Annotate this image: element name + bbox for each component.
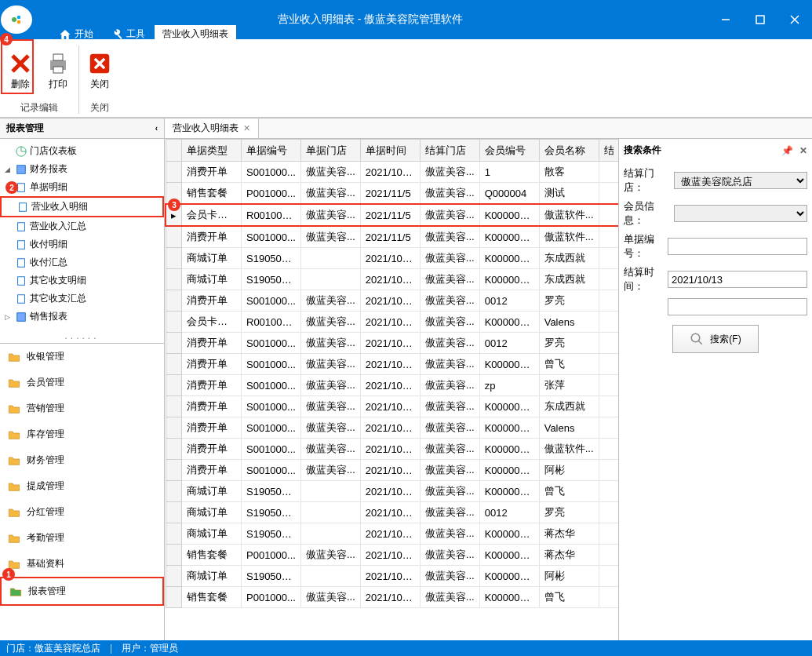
nav-folder[interactable]: 财务管理 — [0, 447, 164, 473]
nav-folder[interactable]: 会员管理 — [0, 370, 164, 395]
tree-sales-report[interactable]: ▷销售报表 — [0, 308, 164, 326]
table-row[interactable]: 消费开单S001000...傲蓝美容...2021/10/20傲蓝美容...00… — [166, 333, 619, 354]
folder-icon — [8, 481, 20, 492]
column-header[interactable]: 结算门店 — [420, 140, 479, 162]
column-header[interactable]: 单据时间 — [360, 140, 420, 162]
nav-folder[interactable]: 收银管理 — [0, 344, 164, 370]
page-icon — [16, 257, 27, 268]
bill-input[interactable] — [668, 238, 807, 255]
sidebar: 报表管理 ‹ 门店仪表板 ◢财务报表 单据明细 营业收入明细 营业收入汇总 收付… — [0, 118, 165, 640]
close-panel-icon[interactable]: ✕ — [799, 145, 807, 156]
close-icon — [89, 53, 111, 75]
table-row[interactable]: 消费开单S001000...傲蓝美容...2021/10/24傲蓝美容...00… — [166, 290, 619, 312]
svg-rect-4 — [756, 16, 764, 24]
document-tab[interactable]: 营业收入明细表 ✕ — [165, 118, 259, 138]
table-row[interactable]: 消费开单S001000...傲蓝美容...2021/10/16傲蓝美容...K0… — [166, 417, 619, 439]
table-row[interactable]: 销售套餐P001000...傲蓝美容...2021/10/24傲蓝美容...K0… — [166, 545, 619, 566]
table-row[interactable]: 消费开单S001000...傲蓝美容...2021/10/17傲蓝美容...K0… — [166, 396, 619, 417]
nav-folder[interactable]: 报表管理 — [0, 577, 164, 606]
pin-icon[interactable]: 📌 — [781, 145, 793, 156]
column-header[interactable]: 单据门店 — [301, 140, 361, 162]
table-row[interactable]: 商城订单S190500202021/10/17傲蓝美容...0012罗亮 — [166, 502, 619, 523]
document-tab-bar: 营业收入明细表 ✕ — [165, 118, 812, 139]
column-header[interactable]: 单据类型 — [182, 140, 242, 162]
column-header[interactable]: 会员编号 — [479, 140, 539, 162]
nav-folder[interactable]: 基础资料 — [0, 551, 164, 577]
book-icon — [16, 164, 27, 175]
menu-active-tab[interactable]: 营业收入明细表 — [155, 25, 236, 43]
table-row[interactable]: 消费开单S001000...傲蓝美容...2021/10/19傲蓝美容...K0… — [166, 354, 619, 375]
nav-folder[interactable]: 营销管理 — [0, 395, 164, 421]
svg-rect-16 — [17, 165, 26, 173]
table-row[interactable]: ▸会员卡充值R001000...傲蓝美容...2021/11/5傲蓝美容...K… — [166, 204, 619, 226]
ribbon-toolbar: 删除 打印 记录编辑 关闭 关闭 — [0, 39, 812, 118]
tree-finance[interactable]: ◢财务报表 — [0, 160, 164, 178]
app-icon[interactable] — [1, 5, 32, 34]
tree-revenue-summary[interactable]: 营业收入汇总 — [0, 217, 164, 235]
nav-folder[interactable]: 提成管理 — [0, 473, 164, 499]
tools-icon — [111, 28, 123, 41]
tree-bill-detail[interactable]: 单据明细 — [0, 178, 164, 196]
table-row[interactable]: 商城订单S190500242021/10/24傲蓝美容...K00000003东… — [166, 248, 619, 269]
time-from-input[interactable] — [668, 271, 807, 288]
member-select[interactable] — [674, 205, 807, 222]
sidebar-separator: ...... — [0, 329, 164, 343]
tab-close-icon[interactable]: ✕ — [243, 123, 250, 133]
home-icon — [59, 28, 71, 41]
time-label: 结算时间： — [624, 265, 665, 293]
tree-revenue-detail[interactable]: 营业收入明细 — [0, 196, 164, 217]
table-row[interactable]: 消费开单S001000...傲蓝美容...2021/10/25傲蓝美容...1散… — [166, 162, 619, 183]
tree-other-summary[interactable]: 其它收支汇总 — [0, 290, 164, 308]
print-button[interactable]: 打印 — [46, 51, 71, 91]
folder-icon — [8, 403, 20, 414]
table-row[interactable]: 商城订单S190500172021/10/14傲蓝美容...K00000002蒋… — [166, 523, 619, 545]
time-to-input[interactable] — [668, 298, 807, 315]
tree-other-detail[interactable]: 其它收支明细 — [0, 272, 164, 290]
table-row[interactable]: 销售套餐P001000...傲蓝美容...2021/11/5傲蓝美容...Q00… — [166, 183, 619, 205]
store-select[interactable]: 傲蓝美容院总店 — [674, 172, 807, 189]
close-button[interactable] — [777, 9, 812, 31]
tree-dashboard[interactable]: 门店仪表板 — [0, 142, 164, 160]
search-panel: 搜索条件 📌✕ 结算门店：傲蓝美容院总店 会员信息： 单据编号： 结算时间： 搜… — [619, 139, 812, 640]
menu-tools[interactable]: 工具 — [103, 25, 153, 43]
table-row[interactable]: 消费开单S001000...傲蓝美容...2021/10/14傲蓝美容...K0… — [166, 460, 619, 481]
table-row[interactable]: 消费开单S001000...傲蓝美容...2021/11/5傲蓝美容...K00… — [166, 226, 619, 248]
table-row[interactable]: 销售套餐P001000...傲蓝美容...2021/10/24傲蓝美容...K0… — [166, 587, 619, 608]
store-label: 结算门店： — [624, 166, 671, 195]
table-row[interactable]: 会员卡充值R001000...傲蓝美容...2021/10/24傲蓝美容...K… — [166, 312, 619, 333]
table-row[interactable]: 消费开单S001000...傲蓝美容...2021/10/15傲蓝美容...K0… — [166, 439, 619, 460]
nav-folder[interactable]: 考勤管理 — [0, 525, 164, 551]
page-icon — [16, 221, 27, 232]
search-button[interactable]: 搜索(F) — [672, 325, 759, 353]
maximize-button[interactable] — [743, 9, 777, 31]
table-row[interactable]: 商城订单S190500212021/10/18傲蓝美容...K00000005曾… — [166, 481, 619, 502]
column-header[interactable]: 结 — [599, 140, 619, 162]
svg-rect-24 — [17, 312, 26, 321]
page-icon — [16, 239, 27, 250]
svg-line-26 — [699, 341, 703, 344]
svg-point-2 — [17, 20, 21, 24]
search-title: 搜索条件 — [624, 144, 661, 157]
svg-rect-21 — [18, 258, 25, 267]
svg-rect-19 — [18, 222, 25, 231]
tree-payment-summary[interactable]: 收付汇总 — [0, 253, 164, 272]
folder-icon — [8, 455, 20, 466]
nav-folder[interactable]: 分红管理 — [0, 499, 164, 525]
minimize-button[interactable] — [708, 9, 743, 31]
menu-start[interactable]: 开始 — [51, 25, 101, 43]
close-doc-button[interactable]: 关闭 — [87, 51, 112, 91]
tree-payment-detail[interactable]: 收付明细 — [0, 235, 164, 253]
chevron-left-icon[interactable]: ‹ — [155, 124, 158, 133]
column-header[interactable]: 会员名称 — [539, 140, 599, 162]
table-row[interactable]: 消费开单S001000...傲蓝美容...2021/10/18傲蓝美容...zp… — [166, 375, 619, 396]
column-header[interactable]: 单据编号 — [242, 140, 301, 162]
folder-icon — [9, 586, 22, 597]
nav-folder[interactable]: 库存管理 — [0, 421, 164, 447]
folder-icon — [8, 429, 20, 440]
table-row[interactable]: 商城订单S190500232021/10/24傲蓝美容...K00000003东… — [166, 269, 619, 290]
book-icon — [16, 312, 27, 323]
table-row[interactable]: 商城订单S190500192021/10/16傲蓝美容...K00000001阿… — [166, 566, 619, 587]
svg-rect-23 — [18, 294, 25, 303]
svg-point-1 — [17, 16, 21, 20]
svg-rect-11 — [53, 67, 63, 73]
